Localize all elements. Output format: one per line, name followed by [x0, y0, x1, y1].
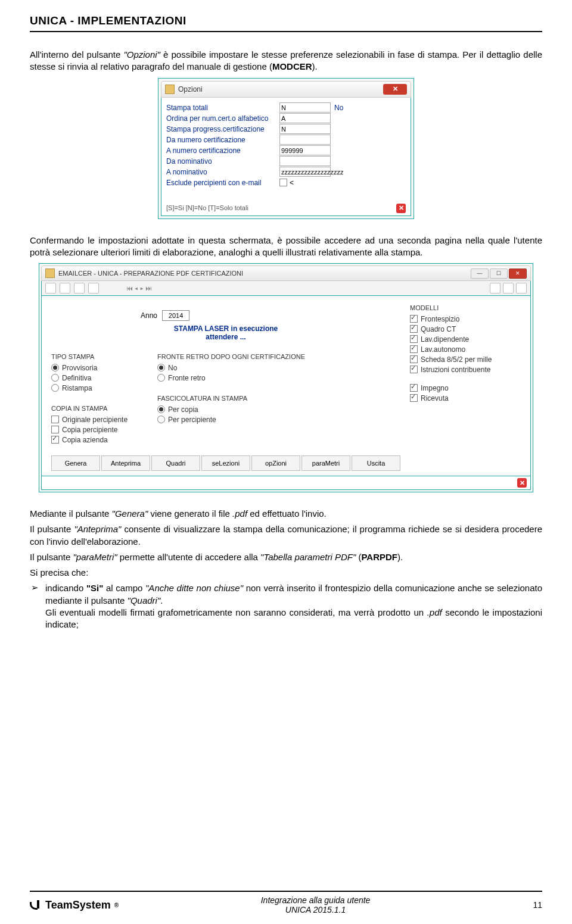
text: ). [312, 61, 318, 71]
radio-icon[interactable] [157, 405, 165, 413]
esclude-after: < [290, 179, 294, 187]
cancel-icon[interactable]: ✕ [396, 204, 406, 213]
toolbar-icon-right[interactable] [503, 283, 514, 294]
toolbar-icon[interactable] [60, 283, 70, 294]
check-row[interactable]: Istruzioni contribuente [410, 364, 521, 374]
check-row[interactable]: Quadro CT [410, 324, 521, 334]
toolbar-icon-right[interactable] [516, 283, 527, 294]
text: viene generato il file [148, 508, 232, 519]
radio-row[interactable]: Ristampa [51, 383, 128, 393]
check-row[interactable]: Scheda 8/5/2 per mille [410, 354, 521, 364]
opzioni-row: Stampa progress.certificazioneN [166, 124, 406, 135]
action-button[interactable]: Anteprima [101, 455, 150, 471]
emailcer-titlebar: EMAILCER - UNICA - PREPARAZIONE PDF CERT… [41, 266, 531, 281]
radio-row[interactable]: Per copia [157, 404, 305, 414]
radio-row[interactable]: Definitiva [51, 373, 128, 383]
hint-text: [S]=Si [N]=No [T]=Solo totali [166, 204, 248, 211]
screenshot-opzioni: Opzioni ✕ Stampa totaliNNoOrdina per num… [158, 78, 414, 219]
opzioni-rows: Stampa totaliNNoOrdina per num.cert.o al… [166, 102, 406, 177]
toolbar: ⏮ ◀ ▶ ⏭ [41, 281, 531, 296]
check-row[interactable]: Ricevuta [410, 393, 521, 403]
field-input[interactable]: 999999 [279, 145, 331, 155]
checkbox-icon[interactable] [410, 335, 418, 343]
check-row[interactable]: Copia azienda [51, 435, 128, 445]
field-input[interactable] [279, 156, 331, 166]
radio-row[interactable]: Provvisoria [51, 363, 128, 373]
action-button[interactable]: Genera [51, 455, 100, 471]
radio-icon[interactable] [157, 374, 165, 382]
action-button[interactable]: Uscita [352, 455, 400, 471]
text: All'interno del pulsante [30, 49, 123, 60]
bullet-1: ➢ indicando "Si" al campo "Anche ditte n… [31, 582, 542, 630]
checkbox-icon[interactable] [51, 426, 59, 433]
action-button[interactable]: opZioni [251, 455, 300, 471]
radio-icon[interactable] [51, 384, 59, 392]
checkbox-icon[interactable] [410, 315, 418, 323]
text-bold: MODCER [272, 61, 312, 71]
text: indicando [45, 583, 86, 593]
paragraph-4: Il pulsante "Anteprima" consente di visu… [30, 523, 542, 548]
radio-icon[interactable] [51, 374, 59, 382]
field-input[interactable]: zzzzzzzzzzzzzzzzzzz [279, 167, 331, 177]
record-nav[interactable]: ⏮ ◀ ▶ ⏭ [126, 285, 152, 292]
anno-input[interactable]: 2014 [162, 310, 189, 321]
check-row[interactable]: Copia percipiente [51, 424, 128, 435]
toolbar-icon[interactable] [88, 283, 99, 294]
paragraph-3: Mediante il pulsante "Genera" viene gene… [30, 508, 542, 520]
action-button[interactable]: seLezioni [201, 455, 250, 471]
radio-icon[interactable] [157, 364, 165, 372]
checkbox-icon[interactable] [410, 325, 418, 333]
page-number: 11 [512, 900, 542, 910]
action-button[interactable]: paraMetri [301, 455, 350, 471]
opzioni-row: Da nominativo [166, 156, 406, 167]
checkbox-icon[interactable] [410, 366, 418, 373]
maximize-button[interactable]: ☐ [490, 269, 508, 279]
opzioni-row: Ordina per num.cert.o alfabeticoA [166, 113, 406, 124]
window-title: EMAILCER - UNICA - PREPARAZIONE PDF CERT… [58, 270, 243, 277]
checkbox-icon[interactable] [410, 355, 418, 363]
radio-row[interactable]: No [157, 363, 305, 373]
close-button[interactable]: ✕ [509, 269, 527, 279]
radio-row[interactable]: Fronte retro [157, 373, 305, 383]
minimize-button[interactable]: — [471, 269, 489, 279]
footer-line1: Integrazione alla guida utente [119, 895, 512, 905]
checkbox-icon[interactable] [51, 436, 59, 444]
radio-row[interactable]: Per percipiente [157, 414, 305, 424]
checkbox-icon[interactable] [410, 384, 418, 392]
window-title: Opzioni [178, 85, 203, 93]
check-row[interactable]: Frontespizio [410, 314, 521, 324]
text-ital: .pdf [232, 508, 247, 519]
checkbox-icon[interactable] [410, 394, 418, 402]
copia-label: COPIA IN STAMPA [51, 405, 128, 412]
cancel-icon[interactable]: ✕ [517, 478, 527, 488]
tipo-label: TIPO STAMPA [51, 353, 128, 360]
toolbar-icon[interactable] [74, 283, 85, 294]
action-button[interactable]: Quadri [151, 455, 200, 471]
field-input[interactable]: A [279, 113, 331, 123]
toolbar-icon-right[interactable] [490, 283, 500, 294]
anno-label: Anno [141, 311, 157, 320]
esclude-row: Esclude percipienti con e-mail < [166, 177, 406, 188]
close-button[interactable]: ✕ [383, 84, 407, 95]
field-label: A nominativo [166, 168, 279, 176]
field-label: A numero certificazione [166, 146, 279, 155]
toolbar-icon[interactable] [45, 283, 56, 294]
text-ital: "Opzioni" [123, 49, 160, 60]
field-input[interactable]: N [279, 102, 331, 113]
checkbox-icon[interactable] [410, 345, 418, 353]
text-ital: "Quadri" [128, 595, 161, 605]
esclude-checkbox[interactable] [279, 179, 287, 186]
field-input[interactable] [279, 135, 331, 145]
check-row[interactable]: Lav.autonomo [410, 344, 521, 354]
app-icon [165, 85, 175, 94]
radio-icon[interactable] [51, 364, 59, 372]
check-row[interactable]: Lav.dipendente [410, 334, 521, 344]
footer-line2: UNICA 2015.1.1 [119, 905, 512, 914]
radio-icon[interactable] [157, 416, 165, 423]
checkbox-icon[interactable] [51, 416, 59, 423]
check-row[interactable]: Originale percipiente [51, 414, 128, 424]
teamsystem-logo: TeamSystem® [30, 899, 119, 911]
check-row[interactable]: Impegno [410, 383, 521, 393]
text: permette all'utente di accedere alla [117, 552, 261, 562]
field-input[interactable]: N [279, 124, 331, 134]
